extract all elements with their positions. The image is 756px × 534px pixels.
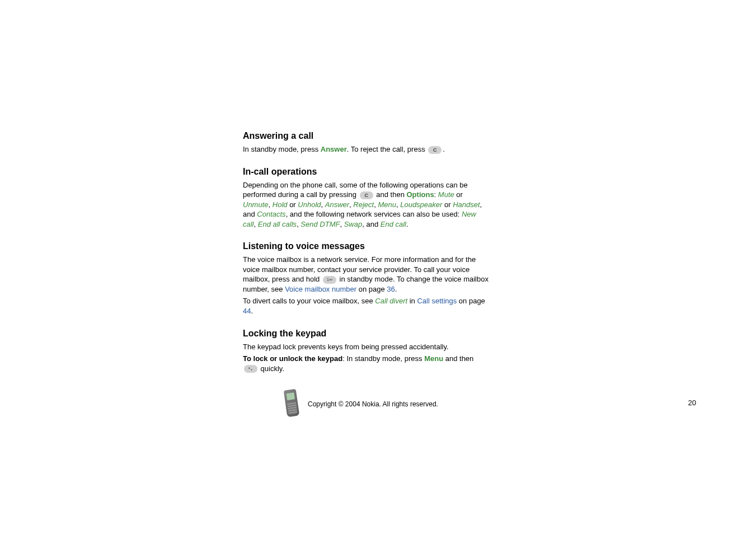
contacts-option: Contacts <box>257 210 285 218</box>
star-key-icon <box>244 365 257 373</box>
paragraph-incall: Depending on the phone call, some of the… <box>243 180 489 229</box>
c-key-icon <box>360 191 373 199</box>
text: and then <box>443 354 473 363</box>
section-answering-call: Answering a call In standby mode, press … <box>243 131 489 154</box>
text: on page <box>356 285 387 293</box>
paragraph-listening-1: The voice mailbox is a network service. … <box>243 255 489 294</box>
text: or <box>288 200 298 209</box>
swap-option: Swap <box>344 220 363 228</box>
call-settings-link[interactable]: Call settings <box>417 297 457 305</box>
page-footer: Copyright © 2004 Nokia. All rights reser… <box>285 390 520 419</box>
text: , and <box>362 220 381 228</box>
heading-incall: In-call operations <box>243 167 489 177</box>
reject-option: Reject <box>353 200 374 209</box>
section-incall-operations: In-call operations Depending on the phon… <box>243 167 489 229</box>
text: , <box>254 220 258 228</box>
endallcalls-option: End all calls <box>258 220 297 228</box>
text: : In standby mode, press <box>342 354 424 363</box>
text: . <box>406 220 408 228</box>
c-key-icon <box>428 146 442 154</box>
heading-answering: Answering a call <box>243 131 489 141</box>
answer-option: Answer <box>325 200 349 209</box>
text: . <box>443 145 445 153</box>
text: , <box>321 200 325 209</box>
answer-label: Answer <box>321 145 347 153</box>
paragraph-locking-1: The keypad lock prevents keys from being… <box>243 342 489 352</box>
paragraph-listening-2: To divert calls to your voice mailbox, s… <box>243 296 489 316</box>
page-44-link[interactable]: 44 <box>243 307 251 315</box>
voice-mailbox-link[interactable]: Voice mailbox number <box>285 285 356 293</box>
paragraph-answering: In standby mode, press Answer. To reject… <box>243 144 489 154</box>
copyright-text: Copyright © 2004 Nokia. All rights reser… <box>308 400 438 408</box>
endcall-option: End call <box>381 220 406 228</box>
text: , <box>269 200 273 209</box>
text: and then <box>374 190 407 199</box>
page-number: 20 <box>688 399 696 407</box>
text: . <box>251 307 253 315</box>
text: . <box>395 285 397 293</box>
hold-option: Hold <box>273 200 288 209</box>
one-key-icon <box>323 276 336 284</box>
menu-option: Menu <box>378 200 396 209</box>
handset-option: Handset <box>453 200 480 209</box>
text: quickly. <box>259 364 284 373</box>
call-divert-option: Call divert <box>375 297 407 305</box>
text: : <box>434 190 438 199</box>
options-label: Options <box>407 190 434 199</box>
mute-option: Mute <box>438 190 454 199</box>
menu-label: Menu <box>424 354 443 363</box>
paragraph-locking-2: To lock or unlock the keypad: In standby… <box>243 354 489 373</box>
text: on page <box>457 297 485 305</box>
text: . To reject the call, press <box>347 145 428 153</box>
heading-locking: Locking the keypad <box>243 329 489 339</box>
lock-unlock-bold: To lock or unlock the keypad <box>243 354 342 363</box>
text: , <box>340 220 344 228</box>
text: or <box>454 190 463 199</box>
page-36-link[interactable]: 36 <box>387 285 395 293</box>
loudspeaker-option: Loudspeaker <box>400 200 442 209</box>
unmute-option: Unmute <box>243 200 269 209</box>
nokia-phone-icon <box>285 390 301 419</box>
page-content: Answering a call In standby mode, press … <box>243 131 489 386</box>
text: In standby mode, press <box>243 145 321 153</box>
section-locking: Locking the keypad The keypad lock preve… <box>243 329 489 374</box>
unhold-option: Unhold <box>298 200 321 209</box>
text: , and the following network services can… <box>286 210 462 218</box>
section-listening: Listening to voice messages The voice ma… <box>243 241 489 316</box>
heading-listening: Listening to voice messages <box>243 241 489 251</box>
text: in <box>407 297 417 305</box>
text: To divert calls to your voice mailbox, s… <box>243 297 375 305</box>
text: or <box>442 200 453 209</box>
senddtmf-option: Send DTMF <box>300 220 340 228</box>
